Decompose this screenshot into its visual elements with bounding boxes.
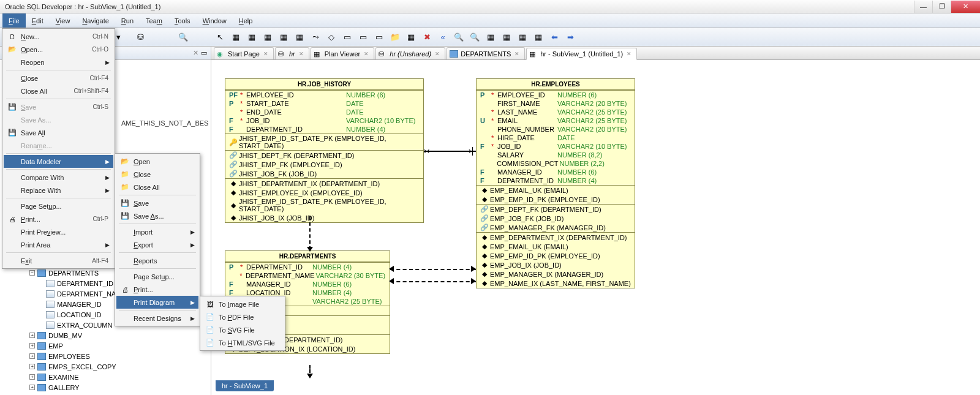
menu-item-print-preview[interactable]: Print Preview... (4, 225, 113, 238)
menu-item-print-area[interactable]: Print Area▶ (4, 238, 113, 251)
menu-item-dm-print-diagram[interactable]: Print Diagram▶ (116, 296, 198, 309)
tree-expand-icon[interactable]: + (29, 353, 35, 359)
menu-item-dm-close[interactable]: 📁Close (116, 168, 198, 181)
toolbar-link-icon[interactable]: ⤳ (309, 31, 322, 44)
toolbar-note-icon[interactable]: ▦ (404, 31, 418, 44)
tree-item[interactable]: +EMPLOYEES (29, 351, 211, 361)
menu-item-to-pdf[interactable]: 📄To PDF File (202, 310, 284, 323)
menu-item-dm-export[interactable]: Export▶ (116, 238, 198, 251)
toolbar-tool9-icon[interactable]: ▭ (356, 31, 370, 44)
menu-item-dm-print[interactable]: 🖨Print... (116, 283, 198, 296)
sidebar-pin-icon[interactable]: ▭ (201, 49, 207, 57)
sidebar-close-icon[interactable]: ✕ (193, 49, 198, 57)
close-icon[interactable]: ✕ (627, 51, 631, 57)
tab-plan-viewer[interactable]: ▦Plan Viewer✕ (311, 47, 375, 59)
tree-expand-icon[interactable]: + (29, 364, 35, 369)
toolbar-tool4-icon[interactable]: ▦ (277, 31, 290, 44)
menu-item-new[interactable]: 🗋New...Ctrl-N (4, 30, 113, 43)
menu-window[interactable]: Window (197, 13, 233, 28)
menu-item-compare-with[interactable]: Compare With▶ (4, 171, 113, 184)
tab-hr-unshared[interactable]: ⛁hr (Unshared)✕ (375, 47, 445, 59)
window-maximize-button[interactable]: ❐ (932, 1, 951, 13)
tree-expand-icon[interactable]: + (29, 343, 35, 348)
menu-item-dm-save-as[interactable]: 💾Save As... (116, 209, 198, 222)
toolbar-layout2-icon[interactable]: ▦ (516, 31, 529, 44)
menu-item-close-all[interactable]: Close AllCtrl+Shift-F4 (4, 85, 113, 97)
menu-tools[interactable]: Tools (168, 13, 197, 28)
close-icon[interactable]: ✕ (299, 51, 304, 57)
tree-expand-icon[interactable]: + (29, 374, 35, 380)
tab-hr[interactable]: ⛁hr✕ (275, 47, 309, 59)
tab-start-page[interactable]: ◉Start Page✕ (214, 47, 274, 59)
toolbar-folder-icon[interactable]: 📁 (388, 31, 402, 44)
menu-item-replace-with[interactable]: Replace With▶ (4, 184, 113, 197)
menu-edit[interactable]: Edit (26, 13, 50, 28)
menu-item-dm-save[interactable]: 💾Save (116, 197, 198, 209)
toolbar-zoomout-icon[interactable]: 🔍 (468, 31, 481, 44)
tab-departments[interactable]: DEPARTMENTS✕ (447, 47, 525, 59)
toolbar-fit-icon[interactable]: ▦ (484, 31, 497, 44)
entity-employees[interactable]: HR.EMPLOYEES P*EMPLOYEE_IDNUMBER (6)FIRS… (476, 78, 635, 288)
toolbar-zoomin-icon[interactable]: 🔍 (452, 31, 466, 44)
close-icon[interactable]: ✕ (364, 51, 369, 57)
diagram-canvas[interactable]: HR.JOB_HISTORY PF*EMPLOYEE_IDNUMBER (6)P… (211, 60, 980, 395)
menu-item-dm-reports[interactable]: Reports (116, 254, 198, 267)
toolbar-tool8-icon[interactable]: ▭ (341, 31, 354, 44)
menu-item-dm-close-all[interactable]: 📁Close All (116, 181, 198, 194)
toolbar-del-icon[interactable]: ✖ (420, 31, 434, 44)
menu-item-save-all[interactable]: 💾Save All (4, 126, 113, 139)
toolbar-find-icon[interactable]: 🔍 (176, 31, 190, 44)
arrow-icon (471, 266, 476, 272)
tree-item[interactable]: +EMPS_EXCEL_COPY (29, 361, 211, 372)
menu-file[interactable]: File (2, 13, 26, 28)
toolbar-pointer-icon[interactable]: ↖ (213, 31, 227, 44)
menu-item-data-modeler[interactable]: Data Modeler▶ (4, 155, 113, 168)
close-icon[interactable]: ✕ (263, 51, 268, 57)
tree-item[interactable]: +EXAMINE (29, 372, 211, 382)
close-icon[interactable]: ✕ (514, 51, 519, 57)
toolbar-tool7-icon[interactable]: ◇ (325, 31, 338, 44)
menu-item-reopen[interactable]: Reopen▶ (4, 56, 113, 69)
toolbar-layout3-icon[interactable]: ▦ (532, 31, 545, 44)
window-minimize-button[interactable]: — (914, 1, 932, 13)
menu-item-exit[interactable]: ExitAlt-F4 (4, 254, 113, 267)
toolbar-sql-icon[interactable]: ⛁ (134, 31, 147, 44)
entity-job-history[interactable]: HR.JOB_HISTORY PF*EMPLOYEE_IDNUMBER (6)P… (225, 78, 424, 223)
menu-item-to-image[interactable]: 🖼To Image File (202, 298, 284, 310)
menu-item-close[interactable]: CloseCtrl-F4 (4, 72, 113, 85)
toolbar-layout1-icon[interactable]: ▦ (500, 31, 513, 44)
close-icon[interactable]: ✕ (435, 51, 440, 57)
tab-subview[interactable]: ▦hr - SubView_1 (Untitled_1)✕ (526, 48, 637, 60)
menu-item-page-setup[interactable]: Page Setup... (4, 200, 113, 213)
tree-item-truncated[interactable]: AME_THIS_IS_NOT_A_BES (121, 118, 211, 128)
menu-item-open[interactable]: 📂Open...Ctrl-O (4, 43, 113, 56)
menu-item-dm-open[interactable]: 📂Open (116, 155, 198, 168)
toolbar-table-icon[interactable]: ▦ (229, 31, 243, 44)
menu-team[interactable]: Team (140, 13, 168, 28)
menu-view[interactable]: View (50, 13, 77, 28)
window-close-button[interactable]: ✕ (951, 1, 980, 13)
menu-item-to-html-svg[interactable]: 📄To HTML/SVG File (202, 336, 284, 349)
toolbar-tool10-icon[interactable]: ▭ (372, 31, 386, 44)
menu-run[interactable]: Run (115, 13, 140, 28)
menu-item-print[interactable]: 🖨Print...Ctrl-P (4, 213, 113, 225)
tree-item[interactable]: +GALLERY (29, 382, 211, 393)
menu-item-dm-page-setup[interactable]: Page Setup... (116, 270, 198, 283)
toolbar-tool3-icon[interactable]: ▦ (261, 31, 274, 44)
menu-item-to-svg[interactable]: 📄To SVG File (202, 323, 284, 336)
toolbar-prev-icon[interactable]: ⬅ (548, 31, 561, 44)
tree-collapse-icon[interactable]: − (29, 270, 35, 276)
tree-expand-icon[interactable]: + (29, 385, 35, 390)
tree-expand-icon[interactable]: + (29, 333, 35, 338)
toolbar-rewind-icon[interactable]: « (436, 31, 450, 44)
toolbar-next-icon[interactable]: ➡ (564, 31, 577, 44)
menu-item-dm-import[interactable]: Import▶ (116, 225, 198, 238)
tree-item[interactable]: +EMP (29, 340, 211, 351)
toolbar-view-icon[interactable]: ▦ (245, 31, 258, 44)
menu-help[interactable]: Help (233, 13, 259, 28)
tree-item[interactable]: +DUMB_MV (29, 330, 211, 340)
toolbar-tool5-icon[interactable]: ▦ (293, 31, 306, 44)
menu-navigate[interactable]: Navigate (76, 13, 115, 28)
menu-item-dm-recent[interactable]: Recent Designs▶ (116, 312, 198, 325)
bottom-tab-subview[interactable]: hr - SubView_1 (216, 380, 274, 391)
